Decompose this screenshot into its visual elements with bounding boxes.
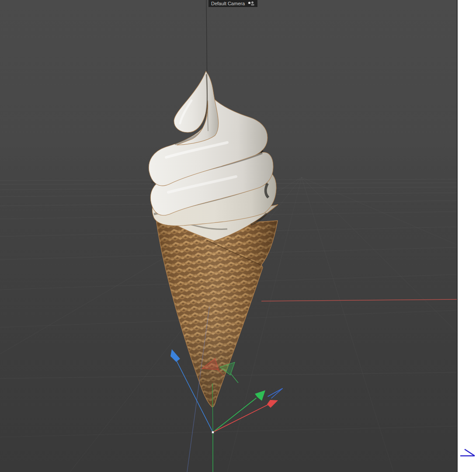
- camera-label-text[interactable]: Default Camera: [211, 0, 245, 7]
- x-axis-arrow[interactable]: [267, 400, 278, 408]
- corner-arrow-icon[interactable]: [459, 447, 476, 460]
- cone-shading-vertical: [156, 219, 278, 407]
- 3d-viewport[interactable]: Default Camera: [0, 0, 458, 472]
- ice-cream-model[interactable]: [149, 71, 278, 407]
- scene-canvas[interactable]: [0, 0, 457, 472]
- camera-icon[interactable]: [247, 1, 255, 6]
- origin-point[interactable]: [212, 431, 214, 434]
- z-axis-arrow[interactable]: [170, 349, 180, 362]
- waffle-cone[interactable]: [156, 219, 278, 407]
- world-x-axis-line: [261, 299, 457, 301]
- page: Default Camera: [0, 0, 476, 472]
- page-margin: [458, 0, 476, 472]
- x-axis-handle-line: [213, 405, 268, 432]
- y-axis-handle-line: [213, 398, 256, 432]
- world-y-axis-line: [206, 0, 207, 71]
- camera-label[interactable]: Default Camera: [208, 0, 257, 7]
- z-axis-outline-arrow[interactable]: [268, 389, 282, 398]
- y-axis-arrow[interactable]: [255, 390, 265, 401]
- ghost-y-axis-tail: [231, 374, 238, 383]
